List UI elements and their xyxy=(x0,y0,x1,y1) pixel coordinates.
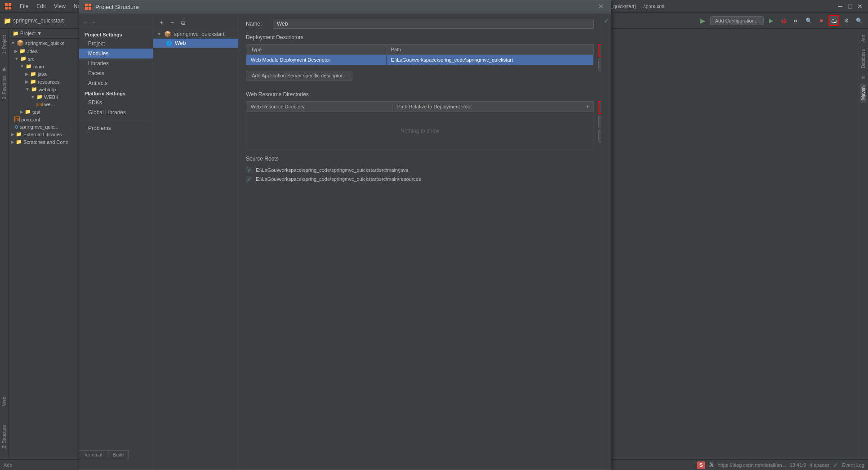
tree-item-external-libs[interactable]: ▶ 📁 External Libraries xyxy=(9,130,87,138)
wr-col-path: Path Relative to Deployment Root + xyxy=(392,102,593,112)
tree-item-resources[interactable]: ▶ 📁 resources xyxy=(9,78,87,85)
project-panel-title: 📁 Project ▼ xyxy=(13,31,42,36)
add-server-descriptor-button[interactable]: Add Application Server specific descript… xyxy=(246,71,352,81)
wr-add-btn[interactable]: + xyxy=(586,104,589,109)
close-button[interactable]: ✕ xyxy=(855,2,864,11)
tree-label-java: java xyxy=(38,72,47,77)
left-edge-tabs: 1: Project ★ 2: Favorites Web Z: Structu… xyxy=(0,29,9,459)
ant-tab[interactable]: Ant xyxy=(860,32,866,45)
web-resource-title: Web Resource Directories xyxy=(246,91,594,98)
run-icon[interactable]: ▶ xyxy=(698,15,708,26)
edit-descriptor-button[interactable]: ✎ xyxy=(598,58,601,71)
nav-problems[interactable]: Problems xyxy=(79,123,153,133)
dialog-close-button[interactable]: ✕ xyxy=(596,3,605,10)
favorites-tab[interactable]: 2: Favorites xyxy=(1,73,7,102)
maximize-button[interactable]: □ xyxy=(846,2,855,11)
tree-item-web-inf[interactable]: ▼ 📁 WEB-I xyxy=(9,93,87,101)
tree-item-web[interactable]: xml we... xyxy=(9,101,87,108)
coverage-icon[interactable]: 🔍 xyxy=(803,15,814,26)
tree-item-webapp[interactable]: ▼ 📁 webapp xyxy=(9,85,87,93)
table-row: Nothing to show xyxy=(246,112,594,150)
tree-item-springmvc-config[interactable]: ⚙ springmvc_quic... xyxy=(9,123,87,130)
check-mark-icon[interactable]: ✓ xyxy=(604,17,609,24)
tree-label-main: main xyxy=(33,64,44,69)
nav-back-button[interactable]: ← xyxy=(83,19,88,25)
project-tab[interactable]: 1: Project xyxy=(1,32,7,57)
menu-view[interactable]: View xyxy=(50,2,69,10)
source-checkbox-resources[interactable]: ✓ xyxy=(246,176,252,182)
project-structure-dialog: Project Structure ✕ ← → Project Settings… xyxy=(79,0,611,470)
debug-icon[interactable]: 🐞 xyxy=(778,15,789,26)
nav-global-libraries[interactable]: Global Libraries xyxy=(79,107,153,117)
tree-item-scratches[interactable]: ▶ 📁 Scratches and Cons xyxy=(9,138,87,146)
remove-wr-button[interactable]: − xyxy=(598,101,601,114)
tree-item-springmvc[interactable]: ▼ 📦 springmvc_quicks xyxy=(9,39,87,47)
database-tab[interactable]: Database xyxy=(860,46,866,71)
tree-add-button[interactable]: + xyxy=(157,18,166,27)
col-path: Path xyxy=(386,45,593,55)
nav-artifacts[interactable]: Artifacts xyxy=(79,78,153,88)
main-layout: 1: Project ★ 2: Favorites Web Z: Structu… xyxy=(0,29,868,459)
spaces-label[interactable]: 4 spaces xyxy=(810,462,829,468)
event-log-label[interactable]: Event Log xyxy=(842,462,864,468)
svg-rect-6 xyxy=(85,7,88,10)
project-settings-header: Project Settings xyxy=(79,29,153,39)
tree-item-main[interactable]: ▼ 📁 main xyxy=(9,63,87,70)
dtree-item-web[interactable]: 🌐 Web xyxy=(153,39,238,48)
build-tab[interactable]: Build xyxy=(108,450,129,459)
tree-label-web: we... xyxy=(45,102,55,107)
nav-forward-button[interactable]: → xyxy=(91,19,96,25)
structure-tab[interactable]: Z: Structure xyxy=(1,422,7,451)
stop-icon[interactable]: ■ xyxy=(816,15,827,26)
play-icon[interactable]: ▶ xyxy=(766,15,776,26)
source-checkbox-java[interactable]: ✓ xyxy=(246,167,252,173)
menu-file[interactable]: File xyxy=(16,2,32,10)
favorites-icon[interactable]: ★ xyxy=(1,66,7,73)
svg-rect-3 xyxy=(9,7,11,9)
tree-label-resources: resources xyxy=(38,79,59,85)
app-logo xyxy=(4,2,13,11)
add-descriptor-button[interactable]: + xml web.xml xyxy=(598,44,601,57)
maven-tab[interactable]: Maven xyxy=(860,84,866,103)
menu-edit[interactable]: Edit xyxy=(33,2,49,10)
event-log-icon[interactable]: ✓ xyxy=(833,461,838,469)
tree-item-java[interactable]: ▶ 📁 java xyxy=(9,70,87,78)
table-row[interactable]: Web Module Deployment Descriptor E:\LaGo… xyxy=(246,55,594,65)
dialog-icon xyxy=(85,3,92,10)
tree-label-external-libs: External Libraries xyxy=(23,132,62,137)
terminal-tab[interactable]: Terminal xyxy=(79,450,107,459)
m-tab[interactable]: m xyxy=(860,73,866,82)
tree-label-springmvc: springmvc_quicks xyxy=(25,40,64,46)
nav-facets[interactable]: Facets xyxy=(79,68,153,78)
tree-item-src[interactable]: ▼ 📁 src xyxy=(9,55,87,63)
add-label: Add xyxy=(4,462,13,468)
tree-item-pom[interactable]: m pom.xml xyxy=(9,116,87,123)
tree-item-test[interactable]: ▶ 📁 test xyxy=(9,108,87,116)
web-tab[interactable]: Web xyxy=(1,394,7,408)
tree-remove-button[interactable]: − xyxy=(168,18,177,27)
status-link[interactable]: https://blog.csdn.net/detail/an... xyxy=(717,462,786,468)
search-everywhere-icon[interactable]: 🔍 xyxy=(854,15,864,26)
status-right: S 英 https://blog.csdn.net/detail/an... 1… xyxy=(697,461,864,469)
source-path-resources: E:\LaGou\workspace\spring_code\springmvc… xyxy=(256,176,421,182)
project-structure-icon[interactable]: 🗂 xyxy=(828,15,839,26)
tree-label-webapp: webapp xyxy=(39,87,56,92)
nav-project[interactable]: Project xyxy=(79,39,153,49)
nav-modules[interactable]: Modules xyxy=(79,49,153,58)
nav-libraries[interactable]: Libraries xyxy=(79,58,153,68)
edit-wr-button[interactable]: ✎ xyxy=(598,116,601,128)
tree-item-idea[interactable]: ▶ 📁 .idea xyxy=(9,47,87,55)
settings-icon[interactable]: ⚙ xyxy=(841,15,852,26)
dtree-item-root[interactable]: ▼ 📦 springmvc_quickstart xyxy=(153,29,238,39)
nav-sdks[interactable]: SDKs xyxy=(79,98,153,107)
minimize-button[interactable]: ─ xyxy=(836,2,845,11)
tree-copy-button[interactable]: ⧉ xyxy=(178,18,187,27)
help-wr-button[interactable]: ? xyxy=(598,130,601,143)
name-input[interactable] xyxy=(273,19,594,29)
dialog-content: Name: Deployment Descriptors Type Path xyxy=(239,13,601,470)
svg-rect-0 xyxy=(5,3,8,6)
step-icon[interactable]: ⏭ xyxy=(791,15,801,26)
name-label: Name: xyxy=(246,21,268,27)
dtree-web-label: Web xyxy=(175,40,186,46)
add-configuration-button[interactable]: Add Configuration... xyxy=(710,16,764,25)
